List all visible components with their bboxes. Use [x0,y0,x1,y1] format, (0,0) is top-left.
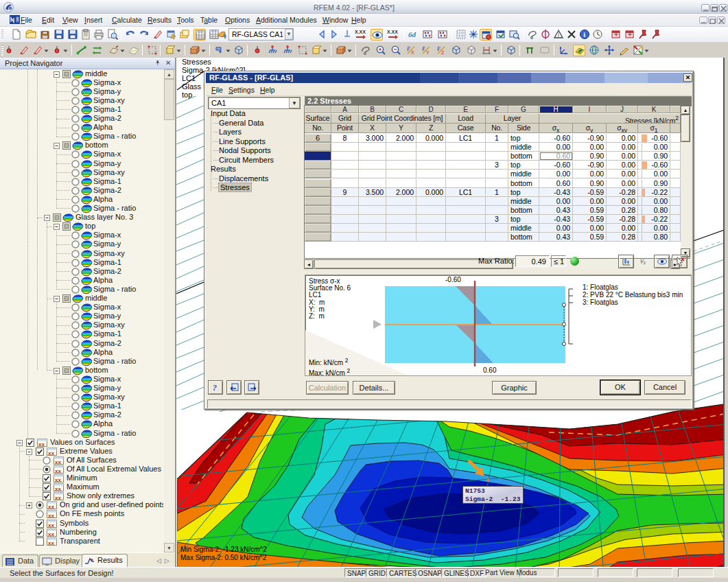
svg-text:¹∕₂: ¹∕₂ [640,258,646,265]
svg-text:xx: xx [38,441,45,447]
svg-text:Z: Z [441,50,445,55]
svg-text:X.XX: X.XX [387,30,398,34]
svg-text:X.XX: X.XX [355,30,366,34]
svg-text:xx: xx [55,495,61,501]
svg-text:xx: xx [48,450,54,456]
svg-text:F: F [436,46,441,52]
svg-text:xx: xx [55,467,61,474]
svg-text:xx: xx [48,522,54,528]
svg-text:Y: Y [426,50,430,55]
svg-text:xx: xx [48,539,54,546]
svg-text:xx: xx [55,458,61,465]
svg-text:6d: 6d [408,30,416,38]
svg-text:xx: xx [55,486,61,492]
svg-text:i: i [583,31,585,38]
svg-text:?: ? [213,383,217,393]
svg-text:xx: xx [55,477,61,483]
svg-text:F: F [406,46,410,52]
svg-text:F: F [421,46,425,52]
svg-text:xx: xx [48,504,54,510]
svg-text:xx: xx [48,531,54,537]
svg-text:xx: xx [48,513,54,519]
svg-text:X: X [411,50,414,55]
